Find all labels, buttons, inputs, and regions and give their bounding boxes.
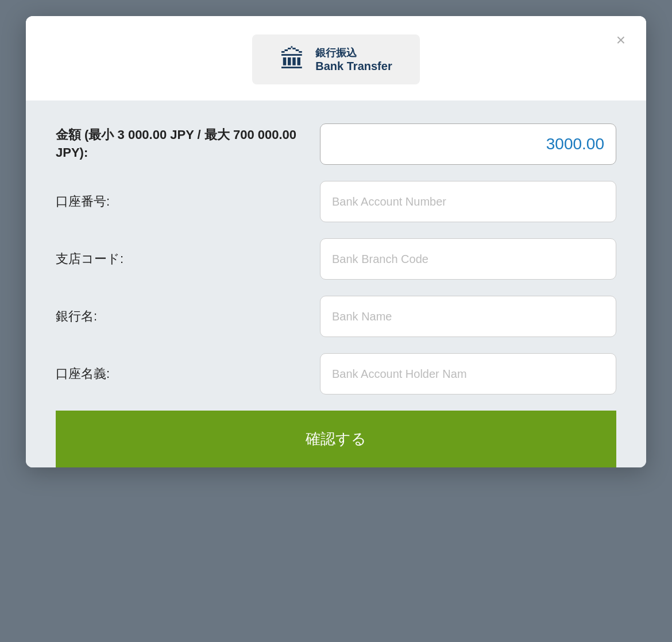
bank-logo-box: 🏛 銀行振込 Bank Transfer	[252, 34, 419, 84]
branch-code-row: 支店コード:	[56, 238, 616, 280]
account-holder-label: 口座名義:	[56, 365, 320, 383]
account-number-row: 口座番号:	[56, 181, 616, 222]
modal-header: × 🏛 銀行振込 Bank Transfer	[26, 16, 646, 100]
bank-title: 銀行振込 Bank Transfer	[315, 46, 392, 73]
branch-code-input[interactable]	[320, 238, 616, 280]
modal-body: 金額 (最小 3 000.00 JPY / 最大 700 000.00 JPY)…	[26, 100, 646, 467]
bank-transfer-modal: × 🏛 銀行振込 Bank Transfer 金額 (最小 3 000.00 J…	[26, 16, 646, 467]
account-number-label: 口座番号:	[56, 193, 320, 211]
account-holder-row: 口座名義:	[56, 353, 616, 395]
amount-input[interactable]	[320, 123, 616, 165]
submit-button[interactable]: 確認する	[56, 411, 616, 467]
amount-label: 金額 (最小 3 000.00 JPY / 最大 700 000.00 JPY)…	[56, 126, 320, 162]
account-holder-input[interactable]	[320, 353, 616, 395]
bank-name-input[interactable]	[320, 296, 616, 337]
amount-row: 金額 (最小 3 000.00 JPY / 最大 700 000.00 JPY)…	[56, 123, 616, 165]
bank-name-label: 銀行名:	[56, 308, 320, 326]
branch-code-label: 支店コード:	[56, 250, 320, 268]
bank-title-japanese: 銀行振込	[315, 46, 392, 60]
bank-icon: 🏛	[280, 47, 305, 72]
bank-name-row: 銀行名:	[56, 296, 616, 337]
account-number-input[interactable]	[320, 181, 616, 222]
close-button[interactable]: ×	[616, 32, 625, 48]
modal-overlay: × 🏛 銀行振込 Bank Transfer 金額 (最小 3 000.00 J…	[0, 0, 672, 642]
bank-title-english: Bank Transfer	[315, 60, 392, 73]
